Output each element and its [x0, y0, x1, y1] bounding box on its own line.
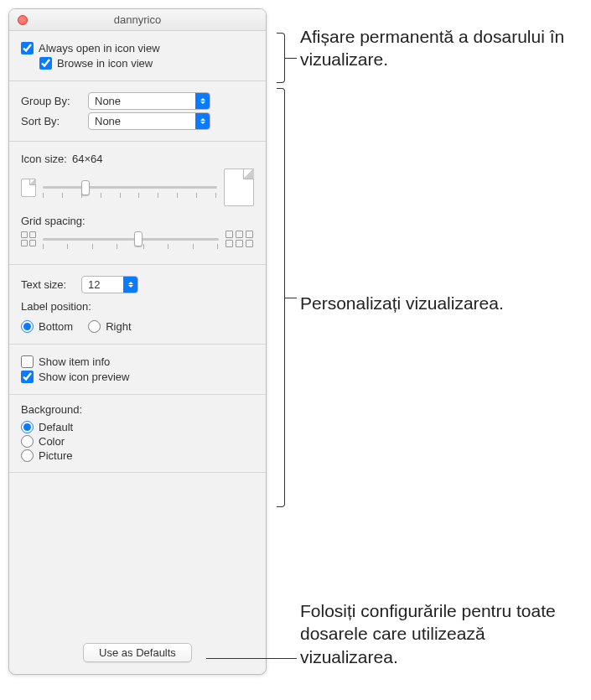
show-item-info-label: Show item info [39, 355, 110, 368]
background-heading: Background: [21, 403, 254, 416]
annotation-top: Afișare permanentă a dosarului în vizual… [300, 25, 585, 71]
slider-thumb[interactable] [81, 180, 90, 195]
show-section: Show item info Show icon preview [9, 345, 266, 395]
callout-line [206, 658, 297, 659]
bracket-icon [277, 88, 285, 507]
label-bottom-text: Bottom [39, 320, 73, 333]
grid-large-icon [226, 231, 254, 247]
titlebar: dannyrico [9, 9, 266, 31]
text-size-select[interactable]: 12 [81, 276, 138, 293]
chevron-updown-icon [195, 113, 210, 129]
chevron-updown-icon [195, 93, 210, 109]
bg-default-label: Default [39, 421, 73, 433]
close-icon[interactable] [18, 15, 28, 25]
grid-spacing-label: Grid spacing: [21, 215, 86, 227]
always-open-label: Always open in icon view [39, 42, 160, 54]
always-open-checkbox[interactable] [21, 42, 34, 54]
bracket-icon [277, 33, 285, 83]
callout-line [285, 298, 297, 298]
sort-by-label: Sort By: [21, 115, 88, 127]
label-right-radio[interactable] [88, 320, 101, 333]
bg-picture-label: Picture [39, 449, 72, 462]
sort-by-value: None [95, 115, 121, 127]
window-title: dannyrico [114, 13, 161, 26]
label-bottom-radio[interactable] [21, 320, 34, 333]
show-icon-preview-label: Show icon preview [39, 371, 129, 383]
grid-spacing-slider[interactable] [43, 231, 219, 247]
bg-color-radio[interactable] [21, 435, 34, 448]
icon-size-slider[interactable] [43, 179, 217, 196]
use-as-defaults-button[interactable]: Use as Defaults [83, 643, 192, 662]
label-right-text: Right [106, 320, 131, 333]
view-options-window: dannyrico Always open in icon view Brows… [8, 8, 267, 675]
icon-grid-section: Icon size: 64×64 Grid spacing: [9, 142, 266, 265]
annotation-bottom: Folosiți configurările pentru toate dosa… [300, 599, 585, 668]
show-item-info-checkbox[interactable] [21, 355, 34, 368]
sort-by-select[interactable]: None [88, 112, 210, 130]
text-size-label: Text size: [21, 278, 81, 291]
text-size-value: 12 [88, 278, 100, 291]
background-section: Background: Default Color Picture [9, 395, 266, 473]
browse-icon-label: Browse in icon view [57, 57, 153, 70]
slider-thumb[interactable] [134, 231, 143, 246]
browse-icon-checkbox[interactable] [39, 57, 52, 70]
footer: Use as Defaults [9, 473, 266, 674]
text-section: Text size: 12 Label position: Bottom Rig… [9, 265, 266, 345]
annotations: Afișare permanentă a dosarului în vizual… [267, 8, 591, 675]
show-icon-preview-checkbox[interactable] [21, 371, 34, 383]
group-by-select[interactable]: None [88, 92, 210, 110]
callout-line [285, 58, 297, 59]
bg-picture-radio[interactable] [21, 449, 34, 462]
bg-default-radio[interactable] [21, 421, 34, 433]
icon-size-label: Icon size: [21, 153, 67, 165]
icon-size-value: 64×64 [72, 153, 103, 165]
grid-small-icon [21, 231, 36, 246]
page-small-icon [21, 179, 36, 197]
bg-color-label: Color [39, 435, 65, 448]
grouping-section: Group By: None Sort By: None [9, 81, 266, 142]
annotation-middle: Personalizați vizualizarea. [300, 292, 504, 314]
chevron-updown-icon [123, 277, 137, 293]
page-large-icon [224, 169, 254, 206]
group-by-value: None [95, 95, 121, 107]
label-position-heading: Label position: [21, 300, 254, 313]
group-by-label: Group By: [21, 95, 88, 107]
view-mode-section: Always open in icon view Browse in icon … [9, 31, 266, 81]
